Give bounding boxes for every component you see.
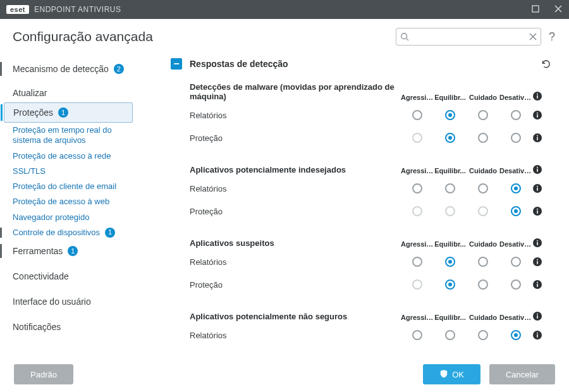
sidebar-item[interactable]: Ferramentas1 [0, 242, 147, 260]
radio-option[interactable] [434, 110, 467, 120]
sidebar-item[interactable]: Notificações [0, 317, 147, 336]
radio-input[interactable] [445, 183, 455, 193]
brand: eset ENDPOINT ANTIVIRUS [6, 5, 121, 14]
radio-option[interactable] [467, 257, 499, 267]
badge: 1 [105, 228, 115, 238]
svg-rect-4 [537, 94, 538, 95]
radio-input[interactable] [511, 133, 521, 143]
radio-option[interactable] [467, 133, 499, 143]
default-button[interactable]: Padrão [14, 364, 73, 384]
product-name: ENDPOINT ANTIVIRUS [34, 5, 121, 14]
radio-input[interactable] [445, 110, 455, 120]
radio-option[interactable] [401, 330, 434, 340]
radio-input[interactable] [412, 257, 422, 267]
radio-input[interactable] [511, 279, 521, 290]
sidebar-subitem[interactable]: Navegador protegido [0, 210, 147, 225]
info-icon[interactable] [532, 238, 551, 248]
radio-input[interactable] [445, 330, 455, 340]
radio-option[interactable] [401, 183, 434, 193]
radio-option[interactable] [467, 279, 499, 290]
info-icon[interactable] [532, 164, 551, 175]
info-icon[interactable] [532, 279, 551, 290]
radio-option[interactable] [499, 133, 532, 143]
radio-input[interactable] [445, 279, 455, 290]
sidebar-subitem-label: Proteção do cliente de email [13, 181, 116, 192]
radio-option[interactable] [499, 183, 532, 193]
info-icon[interactable] [532, 206, 551, 216]
level-header: Equilibr... [434, 167, 467, 175]
clear-search-icon[interactable] [529, 33, 537, 40]
radio-input[interactable] [478, 257, 488, 267]
sidebar-subitem[interactable]: SSL/TLS [0, 164, 147, 179]
radio-option[interactable] [434, 133, 467, 143]
ok-button[interactable]: OK [423, 364, 480, 384]
info-icon[interactable] [532, 311, 551, 321]
cancel-button[interactable]: Cancelar [489, 364, 555, 384]
radio-option[interactable] [499, 257, 532, 267]
radio-option[interactable] [434, 183, 467, 193]
radio-input[interactable] [412, 110, 422, 120]
search-input[interactable] [413, 32, 525, 42]
radio-option [434, 206, 467, 216]
sidebar-subitem[interactable]: Proteção do cliente de email [0, 179, 147, 194]
svg-rect-6 [537, 114, 538, 118]
close-icon[interactable] [554, 5, 563, 14]
radio-option[interactable] [499, 330, 532, 340]
radio-option [401, 206, 434, 216]
level-header: Desativa... [499, 240, 532, 248]
setting-row: Proteção [171, 200, 551, 223]
sidebar-item[interactable]: Proteções1 [4, 102, 133, 123]
radio-input[interactable] [511, 183, 521, 193]
svg-rect-9 [537, 137, 538, 140]
radio-group [401, 279, 532, 290]
collapse-icon[interactable]: − [171, 58, 182, 70]
radio-option[interactable] [434, 330, 467, 340]
radio-input[interactable] [478, 279, 488, 290]
radio-option[interactable] [499, 279, 532, 290]
radio-input[interactable] [478, 110, 488, 120]
sidebar-subitem[interactable]: Controle de dispositivos1 [0, 225, 147, 240]
radio-input[interactable] [412, 183, 422, 193]
radio-input[interactable] [412, 330, 422, 340]
titlebar: eset ENDPOINT ANTIVIRUS [0, 0, 569, 19]
search-box[interactable] [396, 28, 541, 46]
sidebar-subitem-label: SSL/TLS [13, 166, 46, 176]
radio-option[interactable] [401, 257, 434, 267]
help-button[interactable]: ? [549, 30, 555, 44]
radio-input[interactable] [511, 330, 521, 340]
radio-input [412, 206, 422, 216]
radio-option[interactable] [434, 279, 467, 290]
sidebar-subitem[interactable]: Proteção de acesso à rede [0, 149, 147, 164]
sidebar-item[interactable]: Conectividade [0, 267, 147, 286]
info-icon[interactable] [532, 183, 551, 193]
radio-option[interactable] [467, 110, 499, 120]
radio-input[interactable] [478, 133, 488, 143]
info-icon[interactable] [532, 330, 551, 340]
sidebar-item[interactable]: Atualizar [0, 83, 147, 102]
radio-input[interactable] [511, 206, 521, 216]
info-icon[interactable] [532, 257, 551, 267]
radio-option[interactable] [434, 257, 467, 267]
info-icon[interactable] [532, 133, 551, 143]
radio-option[interactable] [499, 206, 532, 216]
radio-input[interactable] [478, 330, 488, 340]
main: −Respostas de detecçãoDetecções de malwa… [147, 54, 569, 357]
radio-option[interactable] [467, 330, 499, 340]
info-icon[interactable] [532, 91, 551, 101]
maximize-icon[interactable] [531, 5, 540, 14]
svg-rect-31 [537, 314, 538, 315]
sidebar-subitem[interactable]: Proteção de acesso à web [0, 194, 147, 209]
info-icon[interactable] [532, 110, 551, 120]
radio-option[interactable] [467, 183, 499, 193]
sidebar-item[interactable]: Interface do usuário [0, 292, 147, 311]
radio-input[interactable] [445, 257, 455, 267]
radio-option[interactable] [499, 110, 532, 120]
sidebar-item[interactable]: Mecanismo de detecção2 [0, 59, 147, 78]
radio-input[interactable] [511, 257, 521, 267]
sidebar-subitem[interactable]: Proteção em tempo real do sistema de arq… [0, 123, 147, 149]
undo-icon[interactable] [540, 58, 551, 70]
radio-input[interactable] [478, 183, 488, 193]
radio-input[interactable] [445, 133, 455, 143]
radio-input[interactable] [511, 110, 521, 120]
radio-option[interactable] [401, 110, 434, 120]
